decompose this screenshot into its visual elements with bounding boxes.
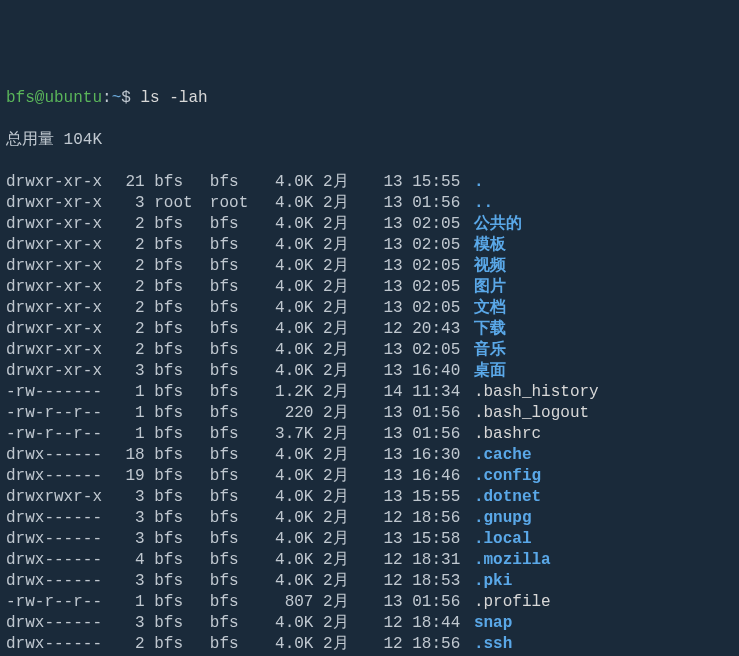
size: 4.0K — [265, 340, 313, 361]
link-count: 2 — [121, 277, 145, 298]
time: 18:56 — [412, 634, 464, 655]
directory-name: .ssh — [474, 635, 512, 653]
directory-name: 公共的 — [474, 215, 522, 233]
prompt-symbol: $ — [121, 89, 140, 107]
time: 16:46 — [412, 466, 464, 487]
month: 2月 — [323, 256, 359, 277]
time: 16:30 — [412, 445, 464, 466]
size: 4.0K — [265, 529, 313, 550]
link-count: 2 — [121, 319, 145, 340]
time: 01:56 — [412, 193, 464, 214]
file-name: .bashrc — [474, 425, 541, 443]
link-count: 3 — [121, 613, 145, 634]
list-item: drwx------ 18 bfs bfs 4.0K 2月 13 16:30 .… — [6, 445, 733, 466]
day: 13 — [369, 424, 403, 445]
day: 12 — [369, 634, 403, 655]
owner: bfs — [154, 466, 200, 487]
day: 12 — [369, 613, 403, 634]
list-item: drwx------ 3 bfs bfs 4.0K 2月 12 18:44 sn… — [6, 613, 733, 634]
directory-name: 图片 — [474, 278, 506, 296]
day: 14 — [369, 382, 403, 403]
size: 1.2K — [265, 382, 313, 403]
group: bfs — [210, 508, 256, 529]
link-count: 2 — [121, 340, 145, 361]
permissions: drwxr-xr-x — [6, 277, 111, 298]
list-item: drwxr-xr-x 2 bfs bfs 4.0K 2月 13 02:05 视频 — [6, 256, 733, 277]
directory-name: .gnupg — [474, 509, 532, 527]
group: bfs — [210, 277, 256, 298]
month: 2月 — [323, 592, 359, 613]
day: 13 — [369, 256, 403, 277]
permissions: drwxr-xr-x — [6, 298, 111, 319]
size: 220 — [265, 403, 313, 424]
group: bfs — [210, 487, 256, 508]
size: 4.0K — [265, 466, 313, 487]
group: bfs — [210, 571, 256, 592]
list-item: drwx------ 3 bfs bfs 4.0K 2月 12 18:56 .g… — [6, 508, 733, 529]
month: 2月 — [323, 634, 359, 655]
list-item: drwxr-xr-x 3 bfs bfs 4.0K 2月 13 16:40 桌面 — [6, 361, 733, 382]
link-count: 1 — [121, 403, 145, 424]
group: bfs — [210, 256, 256, 277]
month: 2月 — [323, 487, 359, 508]
month: 2月 — [323, 277, 359, 298]
group: bfs — [210, 172, 256, 193]
list-item: drwxr-xr-x 2 bfs bfs 4.0K 2月 13 02:05 音乐 — [6, 340, 733, 361]
owner: bfs — [154, 592, 200, 613]
month: 2月 — [323, 214, 359, 235]
size: 4.0K — [265, 445, 313, 466]
size: 4.0K — [265, 508, 313, 529]
owner: bfs — [154, 487, 200, 508]
group: bfs — [210, 340, 256, 361]
time: 15:58 — [412, 529, 464, 550]
month: 2月 — [323, 382, 359, 403]
file-name: .bash_history — [474, 383, 599, 401]
month: 2月 — [323, 235, 359, 256]
group: bfs — [210, 403, 256, 424]
permissions: drwx------ — [6, 529, 111, 550]
owner: bfs — [154, 445, 200, 466]
group: bfs — [210, 319, 256, 340]
directory-name: 视频 — [474, 257, 506, 275]
prompt-user-host: bfs@ubuntu — [6, 89, 102, 107]
owner: root — [154, 193, 200, 214]
time: 20:43 — [412, 319, 464, 340]
time: 02:05 — [412, 277, 464, 298]
day: 13 — [369, 466, 403, 487]
size: 4.0K — [265, 214, 313, 235]
list-item: drwxr-xr-x 3 root root 4.0K 2月 13 01:56 … — [6, 193, 733, 214]
month: 2月 — [323, 550, 359, 571]
size: 4.0K — [265, 487, 313, 508]
group: bfs — [210, 298, 256, 319]
time: 16:40 — [412, 361, 464, 382]
directory-name: 下载 — [474, 320, 506, 338]
permissions: -rw------- — [6, 382, 111, 403]
permissions: drwx------ — [6, 508, 111, 529]
link-count: 3 — [121, 508, 145, 529]
permissions: drwxr-xr-x — [6, 172, 111, 193]
month: 2月 — [323, 466, 359, 487]
permissions: drwx------ — [6, 445, 111, 466]
time: 01:56 — [412, 403, 464, 424]
day: 13 — [369, 193, 403, 214]
group: root — [210, 193, 256, 214]
command-input[interactable]: ls -lah — [140, 89, 207, 107]
day: 13 — [369, 235, 403, 256]
day: 13 — [369, 298, 403, 319]
owner: bfs — [154, 508, 200, 529]
day: 13 — [369, 361, 403, 382]
owner: bfs — [154, 634, 200, 655]
list-item: drwx------ 3 bfs bfs 4.0K 2月 13 15:58 .l… — [6, 529, 733, 550]
permissions: drwxr-xr-x — [6, 235, 111, 256]
link-count: 3 — [121, 361, 145, 382]
directory-name: 音乐 — [474, 341, 506, 359]
size: 4.0K — [265, 634, 313, 655]
day: 12 — [369, 319, 403, 340]
day: 12 — [369, 550, 403, 571]
directory-name: . — [474, 173, 484, 191]
list-item: -rw-r--r-- 1 bfs bfs 807 2月 13 01:56 .pr… — [6, 592, 733, 613]
group: bfs — [210, 529, 256, 550]
prompt-line[interactable]: bfs@ubuntu:~$ ls -lah — [6, 88, 733, 109]
total-line: 总用量 104K — [6, 130, 733, 151]
size: 807 — [265, 592, 313, 613]
